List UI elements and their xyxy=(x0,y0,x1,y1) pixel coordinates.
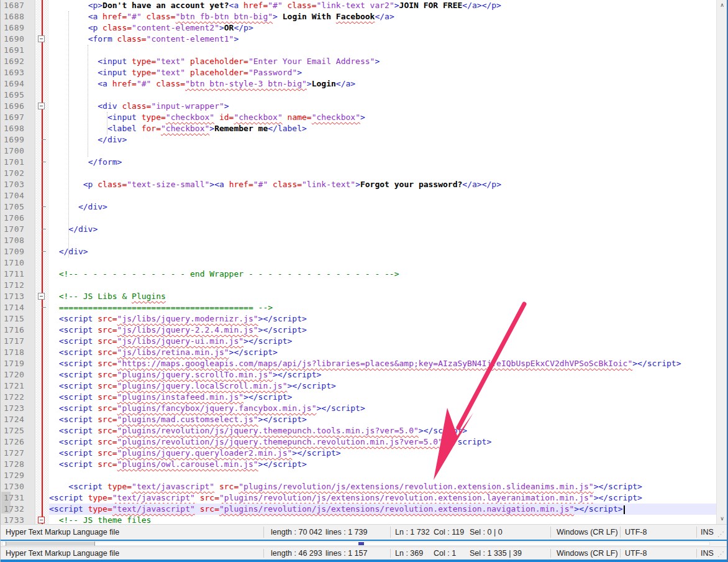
line-number[interactable]: 1698 xyxy=(1,123,35,134)
resize-grip-icon[interactable]: ⋰ xyxy=(717,530,724,538)
code-text[interactable]: </div> xyxy=(49,134,716,145)
code-text[interactable]: <p>Don't have an account yet?<a href="#"… xyxy=(49,0,716,11)
code-text[interactable]: <script src="js/libs/jquery-ui.min.js"><… xyxy=(49,336,716,347)
code-text[interactable] xyxy=(49,470,716,481)
code-line[interactable]: 1690 <form class="content-element1"> xyxy=(1,34,716,45)
code-line[interactable]: 1706 xyxy=(1,213,716,224)
line-number[interactable]: 1694 xyxy=(1,78,35,90)
eol-format[interactable]: Windows (CR LF) xyxy=(557,525,618,540)
code-text[interactable]: <p class="text-size-small"><a href="#" c… xyxy=(49,179,716,190)
fold-collapse-box-icon[interactable] xyxy=(38,293,45,300)
code-text[interactable]: <script src="https://maps.googleapis.com… xyxy=(49,358,716,369)
line-number[interactable]: 1688 xyxy=(1,11,35,22)
line-number[interactable]: 1723 xyxy=(1,403,35,414)
insert-mode[interactable]: INS xyxy=(701,547,714,560)
code-line[interactable]: 1708 xyxy=(1,235,716,246)
line-number[interactable]: 1693 xyxy=(1,67,35,78)
code-text[interactable]: <script src="plugins/fancybox/jquery.fan… xyxy=(49,403,716,414)
code-line[interactable]: 1688 <a href="#" class="btn fb-btn btn-b… xyxy=(1,11,716,22)
code-text[interactable]: </div> xyxy=(49,246,716,257)
code-line[interactable]: 1702 xyxy=(1,168,716,179)
code-text[interactable]: <script type="text/javascript" src="plug… xyxy=(49,481,716,492)
scroll-up-arrow-icon[interactable]: ∧ xyxy=(717,0,727,11)
line-number[interactable]: 1730 xyxy=(1,481,35,492)
line-number[interactable]: 1697 xyxy=(1,112,35,123)
line-number[interactable]: 1713 xyxy=(1,291,35,302)
line-number[interactable]: 1714 xyxy=(1,302,35,313)
line-number[interactable]: 1715 xyxy=(1,313,35,325)
code-text[interactable]: <script src="js/libs/jquery.modernizr.js… xyxy=(49,313,716,325)
code-text[interactable] xyxy=(49,213,716,224)
code-text[interactable]: <script src="js/libs/retina.min.js"></sc… xyxy=(49,347,716,358)
code-text[interactable]: <script src="plugins/revolution/js/jquer… xyxy=(49,425,716,436)
code-editor[interactable]: 1687 <p>Don't have an account yet?<a hre… xyxy=(1,0,716,524)
code-line[interactable]: 1721 <script src="plugins/jquery.localSc… xyxy=(1,380,716,392)
code-line[interactable]: 1727 <script src="plugins/jquery.querylo… xyxy=(1,448,716,459)
code-text[interactable] xyxy=(49,45,716,56)
code-text[interactable]: <div class="input-wrapper"> xyxy=(49,101,716,112)
code-text[interactable]: <script src="plugins/revolution/js/jquer… xyxy=(49,436,716,448)
code-line[interactable]: 1722 <script src="plugins/instafeed.min.… xyxy=(1,392,716,403)
resize-grip-icon[interactable]: ⋰ xyxy=(717,550,724,558)
code-line[interactable]: 1707 </div> xyxy=(1,224,716,235)
code-line[interactable]: 1697 <input type="checkbox" id="checkbox… xyxy=(1,112,716,123)
line-number[interactable]: 1709 xyxy=(1,246,35,257)
line-number[interactable]: 1702 xyxy=(1,168,35,179)
line-number[interactable]: 1687 xyxy=(1,0,35,11)
code-text[interactable]: ========================================… xyxy=(49,302,716,313)
code-line[interactable]: 1731<script type="text/javascript" src="… xyxy=(1,492,716,504)
line-number[interactable]: 1731 xyxy=(1,492,35,504)
horizontal-scrollbar[interactable] xyxy=(2,541,710,546)
eol-format[interactable]: Windows (CR LF) xyxy=(557,547,618,560)
code-line[interactable]: 1732<script type="text/javascript" src="… xyxy=(1,504,716,515)
fold-collapse-box-icon[interactable] xyxy=(38,103,45,109)
code-text[interactable]: <!-- JS theme files xyxy=(49,515,716,524)
code-text[interactable]: <p class="content-element2">OR</p> xyxy=(49,22,716,34)
code-line[interactable]: 1720 <script src="plugins/jquery.scrollT… xyxy=(1,369,716,380)
vertical-scrollbar[interactable]: ∧ ∨ xyxy=(716,0,727,524)
line-number[interactable]: 1691 xyxy=(1,45,35,56)
line-number[interactable]: 1727 xyxy=(1,448,35,459)
line-number[interactable]: 1701 xyxy=(1,157,35,168)
code-text[interactable]: <input type="text" placeholder="Password… xyxy=(49,67,716,78)
code-line[interactable]: 1701 </form> xyxy=(1,157,716,168)
code-text[interactable] xyxy=(49,280,716,291)
line-number[interactable]: 1712 xyxy=(1,280,35,291)
line-number[interactable]: 1716 xyxy=(1,325,35,336)
code-line[interactable]: 1700 xyxy=(1,145,716,157)
scroll-down-arrow-icon[interactable]: ∨ xyxy=(717,514,727,524)
code-line[interactable]: 1718 <script src="js/libs/retina.min.js"… xyxy=(1,347,716,358)
line-number[interactable]: 1704 xyxy=(1,190,35,201)
line-number[interactable]: 1717 xyxy=(1,336,35,347)
line-number[interactable]: 1728 xyxy=(1,459,35,470)
code-line[interactable]: 1694 <a href="#" class="btn btn-style-3 … xyxy=(1,78,716,90)
code-text[interactable] xyxy=(49,90,716,101)
fold-collapse-box-icon[interactable] xyxy=(38,517,45,523)
line-number[interactable]: 1695 xyxy=(1,90,35,101)
line-number[interactable]: 1721 xyxy=(1,380,35,392)
code-line[interactable]: 1692 <input type="text" placeholder="Ent… xyxy=(1,56,716,67)
line-number[interactable]: 1708 xyxy=(1,235,35,246)
code-line[interactable]: 1687 <p>Don't have an account yet?<a hre… xyxy=(1,0,716,11)
code-text[interactable]: <script src="plugins/jquery.localScroll.… xyxy=(49,380,716,392)
code-line[interactable]: 1716 <script src="js/libs/jquery-2.2.4.m… xyxy=(1,325,716,336)
code-text[interactable]: </form> xyxy=(49,157,716,168)
code-text[interactable]: <label for="checkbox">Remember me</label… xyxy=(49,123,716,134)
code-text[interactable]: </div> xyxy=(49,224,716,235)
line-number[interactable]: 1722 xyxy=(1,392,35,403)
code-line[interactable]: 1699 </div> xyxy=(1,134,716,145)
code-line[interactable]: 1703 <p class="text-size-small"><a href=… xyxy=(1,179,716,190)
line-number[interactable]: 1703 xyxy=(1,179,35,190)
code-text[interactable]: <!-- - - - - - - - - - - - end Wrapper -… xyxy=(49,269,716,280)
code-line[interactable]: 1693 <input type="text" placeholder="Pas… xyxy=(1,67,716,78)
code-line[interactable]: 1729 xyxy=(1,470,716,481)
code-line[interactable]: 1709 </div> xyxy=(1,246,716,257)
line-number[interactable]: 1689 xyxy=(1,22,35,34)
code-text[interactable]: <script src="plugins/jquery.queryloader2… xyxy=(49,448,716,459)
code-text[interactable]: <input type="text" placeholder="Enter Yo… xyxy=(49,56,716,67)
code-text[interactable] xyxy=(49,145,716,157)
line-number[interactable]: 1696 xyxy=(1,101,35,112)
code-line[interactable]: 1730 <script type="text/javascript" src=… xyxy=(1,481,716,492)
line-number[interactable]: 1705 xyxy=(1,201,35,213)
code-line[interactable]: 1710 xyxy=(1,257,716,269)
